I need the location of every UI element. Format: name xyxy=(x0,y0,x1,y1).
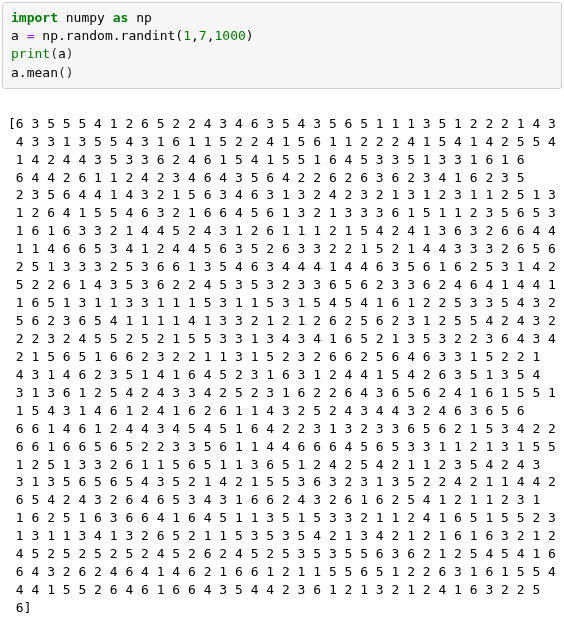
array-line: 4 3 1 4 6 2 3 5 1 4 1 6 4 5 2 3 1 6 3 1 … xyxy=(8,367,540,382)
array-line: 3 1 3 5 6 5 6 5 4 3 5 2 1 4 2 1 5 5 3 6 … xyxy=(8,474,564,489)
keyword-as: as xyxy=(113,10,129,25)
array-line: 5 6 2 3 6 5 4 1 1 1 1 4 1 3 3 2 1 2 1 2 … xyxy=(8,313,564,328)
code-cell[interactable]: import numpy as np a = np.random.randint… xyxy=(2,2,562,89)
array-line: 4 5 2 5 2 5 2 5 2 4 5 2 6 2 4 5 2 5 3 5 … xyxy=(8,546,556,561)
array-line: 1 6 5 1 3 1 1 3 3 1 1 1 5 3 1 1 5 3 1 5 … xyxy=(8,295,564,310)
array-line: 6 5 4 2 4 3 2 6 4 6 5 3 4 3 1 6 6 2 4 3 … xyxy=(8,492,540,507)
output-array: [6 3 5 5 5 4 1 2 6 5 2 2 4 3 4 6 3 5 4 3… xyxy=(0,95,564,626)
var-a: a xyxy=(11,28,27,43)
array-line: 1 4 2 4 4 3 5 3 3 6 2 4 6 1 5 4 1 5 5 1 … xyxy=(8,152,525,167)
array-line: 6] xyxy=(8,600,31,615)
array-line: [6 3 5 5 5 4 1 2 6 5 2 2 4 3 4 6 3 5 4 3… xyxy=(8,116,564,131)
array-line: 5 2 2 6 1 4 3 5 3 6 2 2 4 5 3 5 3 2 3 3 … xyxy=(8,277,564,292)
alias-np: np xyxy=(136,10,152,25)
array-line: 2 3 5 6 4 4 1 4 3 2 1 5 6 3 4 6 3 1 3 2 … xyxy=(8,187,564,202)
module-numpy: numpy xyxy=(66,10,105,25)
keyword-import: import xyxy=(11,10,58,25)
array-line: 6 4 4 2 6 1 1 2 4 2 3 4 6 4 3 5 6 4 2 2 … xyxy=(8,170,525,185)
arg-7: 7 xyxy=(199,28,207,43)
array-line: 4 4 1 5 5 2 6 4 6 1 6 6 4 3 5 4 4 2 3 6 … xyxy=(8,582,540,597)
array-line: 1 6 2 5 1 6 3 6 6 4 1 6 4 5 1 1 3 5 1 5 … xyxy=(8,510,556,525)
array-line: 1 6 1 6 3 3 2 1 4 4 5 2 4 3 1 2 6 1 1 1 … xyxy=(8,223,564,238)
array-line: 6 6 1 6 6 5 6 5 2 2 3 3 5 6 1 1 4 4 6 6 … xyxy=(8,439,564,454)
array-line: 1 5 4 3 1 4 6 1 2 4 1 6 2 6 1 1 4 3 2 5 … xyxy=(8,403,525,418)
array-line: 2 5 1 3 3 3 2 5 3 6 6 1 3 5 4 6 3 4 4 4 … xyxy=(8,259,564,274)
array-line: 1 3 1 1 3 4 1 3 2 6 5 2 1 1 5 3 5 3 5 4 … xyxy=(8,528,564,543)
array-line: 1 2 6 4 1 5 5 4 6 3 2 1 6 6 4 5 6 1 3 2 … xyxy=(8,205,564,220)
array-line: 1 2 5 1 3 3 2 6 1 1 5 6 5 1 1 3 6 5 1 2 … xyxy=(8,457,540,472)
array-line: 2 1 5 6 5 1 6 6 2 3 2 2 1 1 3 1 5 2 3 2 … xyxy=(8,349,540,364)
arg-1: 1 xyxy=(183,28,191,43)
array-line: 3 1 3 6 1 2 5 4 2 4 3 3 4 2 5 2 3 1 6 2 … xyxy=(8,385,564,400)
array-line: 6 4 3 2 6 2 4 6 4 1 4 6 2 1 6 6 1 2 1 1 … xyxy=(8,564,564,579)
array-line: 4 3 3 1 3 5 5 4 3 1 6 1 1 5 2 2 4 1 5 6 … xyxy=(8,134,556,149)
fn-print: print xyxy=(11,46,50,61)
array-line: 2 2 3 2 4 5 5 2 5 2 1 5 5 3 3 1 3 4 3 4 … xyxy=(8,331,564,346)
call-mean: a.mean xyxy=(11,65,58,80)
arg-1000: 1000 xyxy=(215,28,246,43)
array-line: 1 1 4 6 6 5 3 4 1 2 4 4 5 6 3 5 2 6 3 3 … xyxy=(8,241,564,256)
array-line: 6 6 1 4 6 1 2 4 4 3 4 5 4 5 1 6 4 2 2 3 … xyxy=(8,421,564,436)
call-randint: np.random.randint( xyxy=(34,28,183,43)
